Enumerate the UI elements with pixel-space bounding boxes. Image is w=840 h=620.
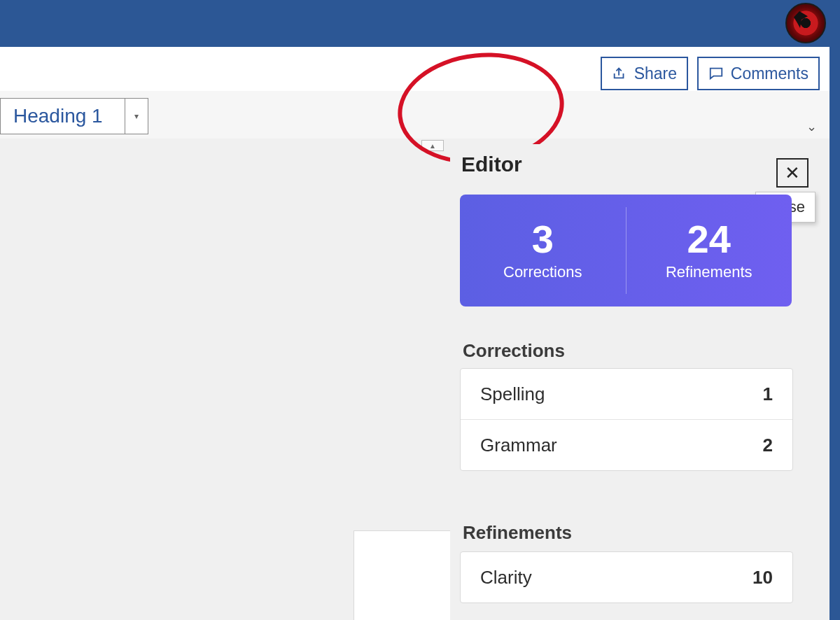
summary-corrections[interactable]: 3 Corrections [460, 195, 626, 307]
pane-splitter-handle[interactable]: ▲ [421, 140, 444, 151]
summary-refinements[interactable]: 24 Refinements [626, 195, 792, 307]
comments-button[interactable]: Comments [697, 57, 820, 90]
style-dropdown-label: Heading 1 [1, 105, 103, 127]
corrections-item-grammar[interactable]: Grammar 2 [461, 419, 792, 470]
list-item-label: Clarity [480, 567, 532, 589]
app-window: Share Comments ⌄ Heading 1 ▾ Find ▾ Dict… [0, 0, 840, 620]
chevron-down-icon[interactable]: ▾ [125, 99, 148, 134]
list-item-label: Spelling [480, 383, 545, 405]
document-page[interactable] [354, 530, 451, 620]
action-strip: Share Comments [0, 45, 830, 93]
summary-refinements-label: Refinements [666, 263, 752, 281]
style-dropdown[interactable]: Heading 1 ▾ [0, 98, 148, 134]
comment-icon [708, 66, 724, 81]
window-right-edge [830, 0, 840, 620]
close-icon: ✕ [785, 162, 800, 184]
list-item-count: 10 [752, 567, 773, 589]
corrections-list: Spelling 1 Grammar 2 [460, 368, 793, 471]
close-button[interactable]: ✕ [776, 158, 808, 188]
share-button[interactable]: Share [601, 57, 688, 90]
corrections-item-spelling[interactable]: Spelling 1 [461, 369, 792, 419]
list-item-count: 2 [763, 435, 773, 456]
list-item-count: 1 [763, 383, 773, 405]
section-title-refinements: Refinements [463, 522, 572, 544]
user-avatar[interactable] [785, 3, 826, 43]
section-title-corrections: Corrections [463, 340, 565, 362]
title-bar [0, 0, 830, 45]
share-label: Share [634, 64, 677, 83]
summary-refinements-count: 24 [687, 220, 731, 259]
refinements-item-clarity[interactable]: Clarity 10 [461, 552, 792, 603]
refinements-list: Clarity 10 [460, 551, 793, 603]
editor-pane: Editor ✕ Close 3 Corrections 24 Refineme… [450, 144, 830, 620]
share-icon [612, 66, 627, 81]
editor-summary-card: 3 Corrections 24 Refinements [460, 195, 792, 307]
summary-corrections-count: 3 [532, 220, 554, 259]
list-item-label: Grammar [480, 435, 557, 456]
ribbon-collapse-chevron-icon[interactable]: ⌄ [806, 119, 817, 134]
comments-label: Comments [731, 64, 808, 83]
summary-corrections-label: Corrections [503, 263, 582, 281]
editor-pane-title: Editor [461, 153, 522, 176]
